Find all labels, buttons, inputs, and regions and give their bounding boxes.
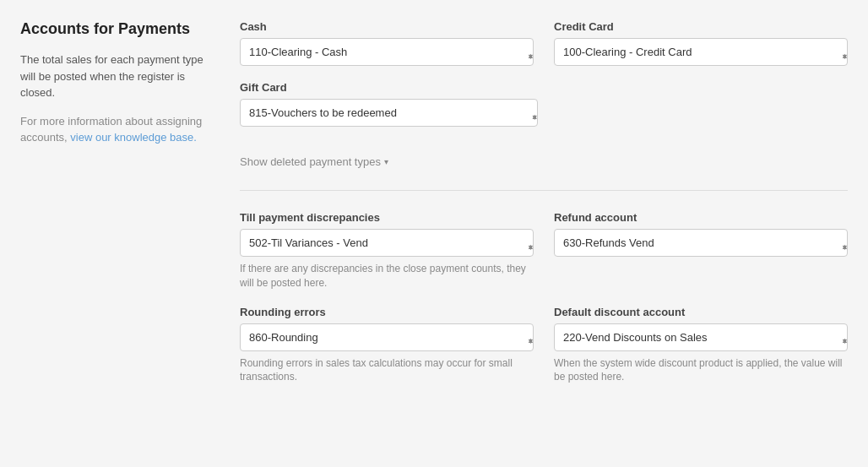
discount-field-group: Default discount account 220-Vend Discou…	[554, 306, 848, 385]
discount-select-wrapper: 220-Vend Discounts on Sales	[554, 323, 848, 351]
credit-card-select[interactable]: 100-Clearing - Credit Card	[554, 38, 848, 66]
cash-credit-row: Cash 110-Clearing - Cash Credit Card 100…	[240, 20, 848, 66]
description: The total sales for each payment type wi…	[20, 52, 206, 101]
credit-card-select-wrapper: 100-Clearing - Credit Card	[554, 38, 848, 66]
knowledge-base-link[interactable]: view our knowledge base.	[70, 131, 197, 144]
info-text: For more information about assigning acc…	[20, 113, 206, 146]
gift-card-select[interactable]: 815-Vouchers to be redeemed	[240, 99, 538, 127]
refund-label: Refund account	[554, 211, 848, 224]
refund-select-wrapper: 630-Refunds Vend	[554, 229, 848, 257]
gift-card-select-wrapper: 815-Vouchers to be redeemed	[240, 99, 538, 127]
gift-card-label: Gift Card	[240, 81, 538, 94]
rounding-select[interactable]: 860-Rounding	[240, 323, 534, 351]
till-select[interactable]: 502-Til Variances - Vend	[240, 229, 534, 257]
till-refund-row: Till payment discrepancies 502-Til Varia…	[240, 211, 848, 291]
gift-card-field-group: Gift Card 815-Vouchers to be redeemed	[240, 81, 538, 127]
left-panel: Accounts for Payments The total sales fo…	[20, 20, 206, 399]
till-field-group: Till payment discrepancies 502-Til Varia…	[240, 211, 534, 291]
refund-select[interactable]: 630-Refunds Vend	[554, 229, 848, 257]
till-hint: If there are any discrepancies in the cl…	[240, 262, 534, 291]
divider	[240, 190, 848, 191]
chevron-down-icon: ▾	[384, 157, 388, 166]
right-panel: Cash 110-Clearing - Cash Credit Card 100…	[240, 20, 848, 399]
discount-label: Default discount account	[554, 306, 848, 318]
show-deleted-label: Show deleted payment types	[240, 155, 381, 168]
rounding-select-wrapper: 860-Rounding	[240, 323, 534, 351]
rounding-label: Rounding errors	[240, 306, 534, 318]
cash-select[interactable]: 110-Clearing - Cash	[240, 38, 534, 66]
discount-hint: When the system wide discount product is…	[554, 356, 848, 385]
credit-card-label: Credit Card	[554, 20, 848, 33]
cash-label: Cash	[240, 20, 534, 33]
rounding-field-group: Rounding errors 860-Rounding Rounding er…	[240, 306, 534, 385]
rounding-discount-row: Rounding errors 860-Rounding Rounding er…	[240, 306, 848, 385]
till-label: Till payment discrepancies	[240, 211, 534, 224]
rounding-hint: Rounding errors in sales tax calculation…	[240, 356, 534, 385]
cash-select-wrapper: 110-Clearing - Cash	[240, 38, 534, 66]
cash-field-group: Cash 110-Clearing - Cash	[240, 20, 534, 66]
credit-card-field-group: Credit Card 100-Clearing - Credit Card	[554, 20, 848, 66]
show-deleted-container: Show deleted payment types ▾	[240, 150, 848, 173]
gift-card-section: Gift Card 815-Vouchers to be redeemed	[240, 81, 848, 127]
till-select-wrapper: 502-Til Variances - Vend	[240, 229, 534, 257]
page-title: Accounts for Payments	[20, 20, 206, 38]
refund-field-group: Refund account 630-Refunds Vend	[554, 211, 848, 291]
show-deleted-button[interactable]: Show deleted payment types ▾	[240, 150, 388, 173]
discount-select[interactable]: 220-Vend Discounts on Sales	[554, 323, 848, 351]
